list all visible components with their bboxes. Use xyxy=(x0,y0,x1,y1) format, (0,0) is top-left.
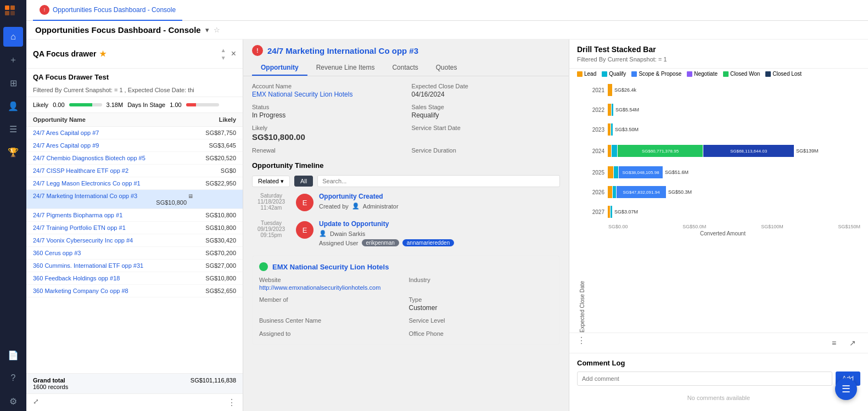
opp-link[interactable]: 24/7 Marketing International Co opp #3 xyxy=(33,193,187,199)
expand-icon[interactable]: ⤢ xyxy=(33,397,39,408)
dropdown-icon[interactable]: ▾ xyxy=(205,26,209,34)
opp-amount: SG$10,800 xyxy=(187,224,236,231)
seg-lead-2022[interactable] xyxy=(608,104,611,116)
seg-lead-2026[interactable] xyxy=(608,186,612,198)
chart-legend: Lead Qualify Scope & Propose Negotiate C… xyxy=(569,69,868,80)
seg-scope-2025[interactable]: SG$38,048,105.98 xyxy=(619,166,663,178)
opp-link[interactable]: 24/7 Ares Capital opp #7 xyxy=(33,130,187,136)
nav-trophy[interactable]: 🏆 xyxy=(3,142,23,162)
seg-scope-2026[interactable]: SG$47,832,091.94 xyxy=(617,186,666,198)
opp-link[interactable]: 360 Marketing Company Co opp #8 xyxy=(33,288,187,294)
timeline-search[interactable] xyxy=(317,175,560,187)
seg-lead-2025[interactable] xyxy=(608,166,613,178)
seg-qualify-2025[interactable] xyxy=(614,166,618,178)
bar-label-2021: 2021 xyxy=(585,87,604,93)
timeline-title-1[interactable]: Opportunity Created xyxy=(319,193,560,200)
opp-link[interactable]: 24/7 Training Portfolio ETN opp #1 xyxy=(33,224,187,231)
seg-lead-2027[interactable] xyxy=(608,206,610,218)
field-website: Website http://www.emxnationalsecurityli… xyxy=(259,277,404,291)
tab-opportunity[interactable]: Opportunity xyxy=(252,60,307,76)
opp-link[interactable]: 24/7 Chembio Diagnostics Biotech opp #5 xyxy=(33,155,187,161)
drawer-subtitle: QA Focus Drawer Test xyxy=(26,69,243,86)
seg-closed-lost-2024[interactable]: SG$68,113,644.03 xyxy=(703,145,794,157)
opp-link[interactable]: 24/7 CISSP Healthcare ETF opp #2 xyxy=(33,167,187,174)
opp-link[interactable]: 24/7 Pigments Biopharma opp #1 xyxy=(33,212,187,218)
nav-help[interactable]: ? xyxy=(3,368,23,388)
nav-add[interactable]: ＋ xyxy=(3,50,23,70)
opp-amount: SG$87,750 xyxy=(187,130,236,136)
tab-opportunities[interactable]: ! Opportunities Focus Dashboard - Consol… xyxy=(33,0,182,21)
timeline-date2-2: 09/19/2023 xyxy=(257,226,285,232)
timeline-date2-1: 11/18/2023 xyxy=(257,199,285,205)
opp-link[interactable]: 360 Cerus opp #3 xyxy=(33,250,187,256)
timeline-day-1: Saturday xyxy=(260,193,282,199)
opp-link[interactable]: 360 Feedback Holdings opp #18 xyxy=(33,275,187,281)
bar-label-2027: 2027 xyxy=(585,209,604,215)
opp-tabs: Opportunity Revenue Line Items Contacts … xyxy=(243,60,569,76)
field-industry: Industry xyxy=(409,277,553,291)
opp-title[interactable]: 24/7 Marketing International Co opp #3 xyxy=(267,46,418,55)
seg-qualify-2027[interactable] xyxy=(611,206,612,218)
value-account-name[interactable]: EMX National Security Lion Hotels xyxy=(252,91,401,98)
seg-qualify-2026[interactable] xyxy=(613,186,616,198)
drawer-close[interactable]: × xyxy=(231,49,236,59)
star-icon[interactable]: ☆ xyxy=(214,26,220,34)
opp-amount: SG$22,950 xyxy=(187,180,236,187)
badge-annamarie: annamarieredden xyxy=(402,239,454,246)
app-logo xyxy=(5,5,21,19)
timeline-day-2: Tuesday xyxy=(261,220,282,226)
comment-input[interactable] xyxy=(577,371,832,386)
drawer-title-row: QA Focus drawer ★ xyxy=(33,49,107,58)
tab-contacts[interactable]: Contacts xyxy=(383,60,427,76)
nav-home[interactable]: ⌂ xyxy=(3,27,23,47)
filter-related[interactable]: Related ▾ xyxy=(252,176,290,187)
seg-lead-2024[interactable] xyxy=(608,145,611,157)
nav-settings[interactable]: ⚙ xyxy=(3,391,23,411)
seg-qualify-2023[interactable] xyxy=(611,123,613,136)
opp-link[interactable]: 24/7 Ares Capital opp #9 xyxy=(33,142,187,149)
seg-qualify-2024[interactable] xyxy=(612,145,617,157)
seg-lead-2023[interactable] xyxy=(608,123,611,136)
drawer-star[interactable]: ★ xyxy=(99,49,107,58)
tab-revenue-line-items[interactable]: Revenue Line Items xyxy=(307,60,384,76)
legend-qualify: Qualify xyxy=(602,71,626,77)
account-title[interactable]: EMX National Security Lion Hotels xyxy=(272,263,389,271)
svg-rect-0 xyxy=(5,5,9,10)
col-opp-name: Opportunity Name xyxy=(33,116,187,123)
timeline-title-2[interactable]: Update to Opportunity xyxy=(319,220,560,228)
nav-grid[interactable]: ⊞ xyxy=(3,73,23,93)
timeline-assignment: Assigned User erikpenman annamarieredden xyxy=(319,239,560,246)
user-icon-2: 👤 xyxy=(319,230,327,237)
chart-expand-icon[interactable]: ↗ xyxy=(845,335,860,351)
value-website[interactable]: http://www.emxnationalsecuritylionhotels… xyxy=(259,284,404,291)
nav-docs[interactable]: 📄 xyxy=(3,345,23,365)
nav-user[interactable]: 👤 xyxy=(3,96,23,116)
field-service-level: Service Level xyxy=(409,317,553,325)
nav-filter[interactable]: ☰ xyxy=(3,119,23,139)
table-row: 24/7 CISSP Healthcare ETF opp #2 SG$0 xyxy=(26,165,243,177)
bars-2022: SG$5.54M xyxy=(608,104,860,116)
chart-filter-icon[interactable]: ≡ xyxy=(826,335,842,351)
seg-closed-won-2024[interactable]: SG$60,771,378.95 xyxy=(618,145,703,157)
label-business-center: Business Center Name xyxy=(259,317,404,324)
fab-button[interactable]: ☰ xyxy=(835,378,857,400)
opp-link[interactable]: 360 Cummins. International ETF opp #31 xyxy=(33,262,187,269)
table-row: 24/7 Training Portfolio ETN opp #1 SG$10… xyxy=(26,222,243,234)
tab-quotes[interactable]: Quotes xyxy=(427,60,466,76)
seg-lead-2021[interactable] xyxy=(608,84,612,96)
more-options[interactable]: ⋮ xyxy=(227,397,236,408)
opp-link[interactable]: 24/7 Voonix Cybersecurity Inc opp #4 xyxy=(33,237,187,244)
opp-link[interactable]: 24/7 Legg Mason Electronics Co opp #1 xyxy=(33,180,187,187)
bar-total-2027: SG$3.07M xyxy=(614,209,638,215)
scroll-up[interactable]: ▲ xyxy=(219,46,228,54)
chart-more-options[interactable]: ⋮ xyxy=(577,335,586,351)
filter-all[interactable]: All xyxy=(294,176,313,187)
seg-qualify-2022[interactable] xyxy=(612,104,613,116)
progress-bar-green xyxy=(69,103,102,106)
scroll-down[interactable]: ▼ xyxy=(219,54,228,61)
label-likely: Likely xyxy=(252,125,401,131)
table-row: 24/7 Ares Capital opp #7 SG$87,750 xyxy=(26,127,243,139)
opp-amount: SG$27,000 xyxy=(187,262,236,269)
update-user: Dwain Sarkis xyxy=(330,230,365,237)
legend-scope: Scope & Propose xyxy=(631,71,681,77)
